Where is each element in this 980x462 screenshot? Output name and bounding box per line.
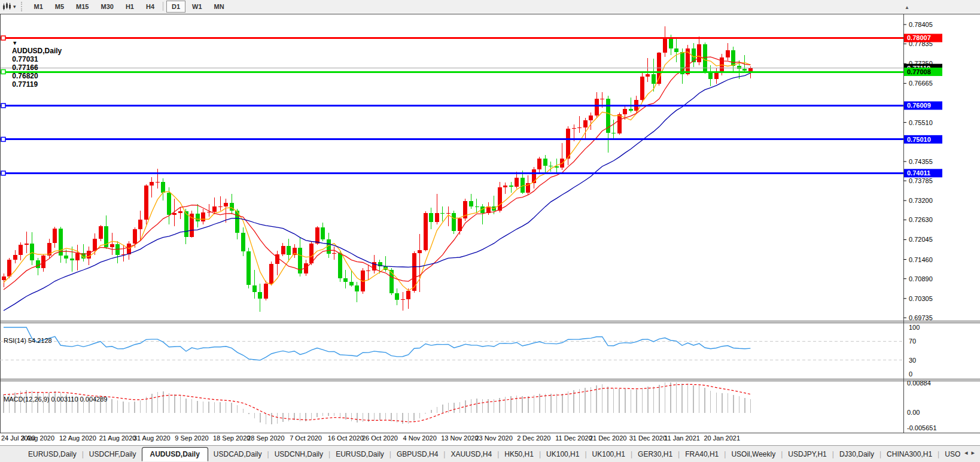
scroll-tabs-right-icon[interactable]: ▸ bbox=[971, 449, 975, 456]
support-line-3-price-label: 0.74011 bbox=[904, 169, 942, 177]
macd-indicator-label: MACD(12,26,9) 0.003110 0.004289 bbox=[4, 396, 107, 403]
rsi-scale-label: 70 bbox=[909, 338, 916, 345]
svg-text:0.74011: 0.74011 bbox=[907, 169, 930, 177]
timeframe-button-d1[interactable]: D1 bbox=[166, 1, 185, 13]
svg-text:0.77008: 0.77008 bbox=[907, 68, 931, 75]
support-line-3-anchor[interactable] bbox=[1, 171, 5, 175]
svg-text:0.70305: 0.70305 bbox=[909, 295, 933, 302]
date-label: 21 Aug 2020 bbox=[99, 434, 136, 442]
scroll-tabs-left-icon[interactable]: ◂ bbox=[964, 449, 968, 456]
date-label: 4 Nov 2020 bbox=[403, 434, 437, 442]
macd-scale-label: -0.005651 bbox=[907, 424, 937, 431]
svg-text:0.76665: 0.76665 bbox=[909, 80, 933, 87]
chart-tab-usdcad-daily[interactable]: USDCAD,Daily bbox=[208, 448, 267, 460]
date-label: 13 Nov 2020 bbox=[441, 434, 478, 442]
chart-tab-usdcnh-daily[interactable]: USDCNH,Daily bbox=[269, 448, 328, 460]
chart-tab-china300-h1[interactable]: CHINA300,H1 bbox=[881, 448, 938, 460]
date-label: 7 Oct 2020 bbox=[290, 434, 322, 442]
timeframe-button-m30[interactable]: M30 bbox=[96, 1, 119, 13]
chart-tab-xauusd-h4[interactable]: XAUUSD,H4 bbox=[445, 448, 497, 460]
svg-text:0.73785: 0.73785 bbox=[909, 177, 933, 184]
macd-signal-line bbox=[4, 384, 750, 422]
timeframe-button-m5[interactable]: M5 bbox=[50, 1, 69, 13]
close-value: 0.77119 bbox=[12, 80, 38, 89]
timeframe-buttons: M1M5M15M30H1H4D1W1MN bbox=[28, 1, 230, 13]
date-label: 16 Oct 2020 bbox=[328, 434, 364, 442]
chart-tab-usdjpy-h1[interactable]: USDJPY,H1 bbox=[783, 448, 832, 460]
chart-tab-dj30-daily[interactable]: DJ30,Daily bbox=[834, 448, 879, 460]
svg-text:0.72630: 0.72630 bbox=[909, 216, 933, 223]
svg-text:0.69735: 0.69735 bbox=[909, 314, 933, 321]
date-label: 18 Sep 2020 bbox=[213, 434, 250, 442]
svg-text:0.72045: 0.72045 bbox=[909, 236, 933, 243]
scale-scroll-up-icon[interactable]: ▲ bbox=[905, 5, 909, 10]
support-line-green-price-label: 0.77008 bbox=[904, 68, 942, 76]
date-label: 23 Nov 2020 bbox=[475, 434, 512, 442]
chart-plot-area[interactable]: 0.784050.778350.772500.766650.755100.743… bbox=[0, 13, 980, 445]
chart-tabs-bar: EURUSD,Daily|USDCHF,DailyAUDUSD,DailyUSD… bbox=[0, 445, 980, 462]
svg-text:0.76009: 0.76009 bbox=[907, 102, 931, 109]
support-line-1-price-label: 0.76009 bbox=[904, 101, 942, 110]
timeframe-button-m1[interactable]: M1 bbox=[29, 1, 48, 13]
chart-tab-audusd-daily[interactable]: AUDUSD,Daily bbox=[142, 447, 208, 461]
timeframe-button-mn[interactable]: MN bbox=[209, 1, 230, 13]
timeframe-button-h4[interactable]: H4 bbox=[141, 1, 160, 13]
rsi-scale-label: 100 bbox=[909, 324, 920, 331]
chart-tab-uk100-h1[interactable]: UK100,H1 bbox=[587, 448, 631, 460]
date-label: 9 Sep 2020 bbox=[175, 434, 208, 442]
date-label: 28 Sep 2020 bbox=[247, 434, 284, 442]
svg-text:0.74355: 0.74355 bbox=[909, 158, 933, 165]
chart-tab-fra40-h1[interactable]: FRA40,H1 bbox=[680, 448, 724, 460]
svg-text:0.75510: 0.75510 bbox=[909, 119, 933, 126]
chart-tab-uk100-h1[interactable]: UK100,H1 bbox=[541, 448, 585, 460]
date-label: 31 Dec 2020 bbox=[629, 434, 666, 442]
chart-tab-gbpusd-h4[interactable]: GBPUSD,H4 bbox=[391, 448, 443, 460]
timeframe-button-m15[interactable]: M15 bbox=[71, 1, 94, 13]
macd-histogram bbox=[4, 382, 750, 424]
resistance-line-price-label: 0.78007 bbox=[904, 34, 942, 42]
date-label: 31 Aug 2020 bbox=[133, 434, 171, 442]
chart-tab-usoil-weekly[interactable]: USOil,Weekly bbox=[726, 448, 781, 460]
date-label: 21 Dec 2020 bbox=[589, 434, 626, 442]
ma-fast-orange bbox=[4, 52, 750, 291]
candles bbox=[2, 26, 753, 312]
symbol-period-label: AUDUSD,Daily bbox=[12, 47, 62, 55]
rsi-line bbox=[4, 327, 750, 360]
support-line-2-price-label: 0.75010 bbox=[904, 135, 942, 144]
chart-tab-hk50-h1[interactable]: HK50,H1 bbox=[499, 448, 539, 460]
toolbar: ▾ M1M5M15M30H1H4D1W1MN ▲ bbox=[0, 0, 980, 14]
timeframe-button-h1[interactable]: H1 bbox=[120, 1, 139, 13]
timeframe-button-w1[interactable]: W1 bbox=[187, 1, 208, 13]
rsi-scale-label: 30 bbox=[909, 357, 916, 364]
date-label: 3 Aug 2020 bbox=[21, 434, 54, 442]
svg-text:0.71460: 0.71460 bbox=[909, 256, 933, 263]
chart-tab-eurusd-daily[interactable]: EURUSD,Daily bbox=[330, 448, 389, 460]
date-label: 11 Dec 2020 bbox=[555, 434, 592, 442]
chart-tab-usdchf-daily[interactable]: USDCHF,Daily bbox=[84, 448, 142, 460]
svg-text:0.70890: 0.70890 bbox=[909, 275, 933, 282]
chart-tab-ger30-h1[interactable]: GER30,H1 bbox=[632, 448, 678, 460]
macd-scale-label: 0.00884 bbox=[907, 379, 931, 387]
rsi-scale-label: 0 bbox=[909, 370, 912, 378]
svg-text:0.78405: 0.78405 bbox=[909, 21, 933, 28]
macd-scale-label: 0.00 bbox=[907, 409, 920, 416]
chart-type-icon[interactable]: ▾ bbox=[0, 1, 19, 13]
chart-tab-eurusd-daily[interactable]: EURUSD,Daily bbox=[23, 448, 82, 460]
tab-scroll-arrows: ◂▸ bbox=[960, 448, 979, 458]
chevron-down-icon: ▾ bbox=[13, 4, 16, 10]
date-axis: 24 Jul 20203 Aug 202012 Aug 202021 Aug 2… bbox=[1, 434, 740, 442]
svg-text:0.75010: 0.75010 bbox=[907, 136, 931, 143]
chart-window: 0.784050.778350.772500.766650.755100.743… bbox=[0, 13, 980, 445]
low-value: 0.76820 bbox=[12, 72, 38, 80]
chart-title: ▼ AUDUSD,Daily 0.77031 0.77166 0.76820 0… bbox=[4, 30, 65, 97]
support-line-1-anchor[interactable] bbox=[1, 104, 5, 108]
support-line-2-anchor[interactable] bbox=[1, 137, 5, 141]
high-value: 0.77166 bbox=[12, 63, 38, 72]
timeframe-group-separator bbox=[163, 2, 163, 11]
date-label: 11 Jan 2021 bbox=[664, 434, 700, 442]
candlestick-chart-icon bbox=[2, 2, 12, 11]
collapse-icon[interactable]: ▼ bbox=[12, 40, 17, 46]
toolbar-grip[interactable] bbox=[21, 2, 24, 11]
date-label: 2 Dec 2020 bbox=[517, 434, 550, 442]
date-label: 26 Oct 2020 bbox=[362, 434, 398, 442]
